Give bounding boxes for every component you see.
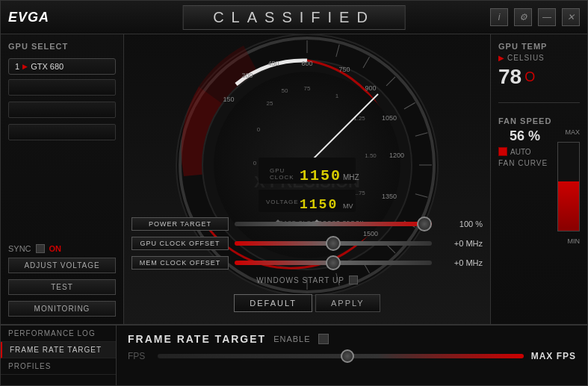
gpu-clock-offset-value: +0 MHz: [438, 239, 483, 248]
frame-rate-header: FRAME RATE TARGET ENABLE: [128, 333, 576, 345]
main-container: EVGA CLASSIFIED i ⚙ — ✕ 3.0.2 GPU SELECT…: [0, 0, 588, 386]
windows-startup-label: WINDOWS START UP: [256, 276, 344, 284]
gpu-select-box[interactable]: 1 ▶ GTX 680: [8, 58, 116, 75]
svg-text:1350: 1350: [382, 193, 397, 200]
svg-text:50: 50: [282, 87, 288, 94]
fps-track[interactable]: [158, 354, 524, 358]
center-area: 600 750 900 1050 1200 1350 1500 450 300 …: [124, 34, 490, 326]
mem-clock-offset-track[interactable]: [235, 261, 432, 265]
app-title: CLASSIFIED: [182, 5, 406, 30]
windows-startup-checkbox[interactable]: [349, 276, 358, 284]
temp-unit: O: [524, 69, 535, 85]
info-button[interactable]: i: [490, 8, 508, 26]
svg-text:750: 750: [338, 66, 350, 73]
left-panel: GPU SELECT 1 ▶ GTX 680 SYNC ON ADJUST VO…: [1, 34, 124, 326]
sliders-area: POWER TARGET 100 % GPU CLOCK OFFSET +0 M…: [131, 217, 483, 284]
fan-speed-section: FAN SPEED 56 % AUTO FAN CURVE MAX: [498, 116, 580, 245]
enable-label: ENABLE: [273, 334, 310, 343]
right-panel: GPU TEMP ▶ CELSIUS 78 O FAN SPEED 56 %: [490, 34, 587, 326]
tab-frame-rate-target[interactable]: FRAME RATE TARGET: [1, 342, 116, 358]
power-target-value: 100 %: [438, 220, 483, 228]
windows-startup-row: WINDOWS START UP: [131, 276, 483, 284]
svg-text:150: 150: [223, 96, 234, 103]
svg-text:600: 600: [301, 60, 312, 67]
auto-row: AUTO: [498, 147, 551, 156]
fan-content: 56 % AUTO FAN CURVE MAX MIN: [498, 128, 580, 245]
fan-speed-label: FAN SPEED: [498, 116, 580, 125]
title-controls: i ⚙ — ✕: [490, 8, 580, 26]
svg-text:MV: MV: [343, 202, 353, 210]
adjust-voltage-button[interactable]: ADJUST VOLTAGE: [8, 258, 116, 273]
gpu-clock-offset-label[interactable]: GPU CLOCK OFFSET: [131, 237, 229, 250]
gpu-temp-label: GPU TEMP: [498, 42, 580, 51]
minimize-button[interactable]: —: [538, 8, 556, 26]
mem-clock-offset-row: MEM CLOCK OFFSET +0 MHz: [131, 256, 483, 270]
svg-text:900: 900: [365, 84, 376, 92]
fan-min-label: MIN: [557, 237, 580, 245]
gpu-temp-section: GPU TEMP ▶ CELSIUS 78 O: [498, 42, 580, 89]
svg-text:75: 75: [304, 85, 311, 92]
celsius-label: CELSIUS: [507, 54, 545, 62]
gpu-clock-offset-thumb[interactable]: [326, 236, 341, 251]
gpu-slot-number: 1: [15, 62, 19, 71]
evga-logo: EVGA: [8, 10, 49, 25]
gpu-slot-3: [8, 102, 116, 118]
svg-text:VOLTAGE: VOLTAGE: [266, 199, 299, 205]
svg-text:1050: 1050: [382, 114, 397, 122]
svg-text:CLOCK: CLOCK: [270, 174, 294, 181]
svg-text:GPU: GPU: [270, 167, 285, 174]
svg-text:450: 450: [267, 60, 279, 67]
fan-curve-button[interactable]: FAN CURVE: [498, 159, 551, 167]
fan-text: 56 % AUTO FAN CURVE: [498, 128, 551, 167]
svg-text:1: 1: [335, 93, 339, 99]
svg-text:1150: 1150: [300, 167, 341, 184]
sync-checkbox[interactable]: [36, 244, 45, 253]
settings-button[interactable]: ⚙: [514, 8, 532, 26]
monitoring-button[interactable]: MONITORING: [8, 301, 116, 317]
svg-text:300: 300: [241, 72, 253, 79]
apply-button[interactable]: APPLY: [315, 294, 380, 312]
tab-profiles[interactable]: PROFILES: [1, 358, 116, 375]
power-target-label[interactable]: POWER TARGET: [131, 217, 229, 231]
auto-label: AUTO: [510, 148, 531, 156]
sync-state: ON: [49, 244, 62, 253]
mem-clock-offset-thumb[interactable]: [326, 255, 341, 270]
power-target-row: POWER TARGET 100 %: [131, 217, 483, 231]
divider: [498, 102, 580, 103]
fan-max-label: MAX: [557, 128, 580, 136]
gpu-clock-offset-track[interactable]: [235, 241, 432, 246]
frame-rate-title: FRAME RATE TARGET: [128, 333, 266, 345]
test-button[interactable]: TEST: [8, 279, 116, 295]
fps-slider-row: FPS MAX FPS: [128, 351, 576, 361]
gpu-slot-2: [8, 79, 116, 96]
auto-checkbox[interactable]: [498, 147, 507, 156]
bottom-right-content: FRAME RATE TARGET ENABLE FPS MAX FPS: [117, 326, 587, 385]
power-target-thumb[interactable]: [417, 217, 432, 231]
close-button[interactable]: ✕: [562, 8, 580, 26]
bottom-bar: PERFORMANCE LOG FRAME RATE TARGET PROFIL…: [1, 324, 587, 385]
mem-clock-offset-label[interactable]: MEM CLOCK OFFSET: [131, 256, 229, 270]
svg-text:1.50: 1.50: [365, 152, 377, 159]
fps-max-label: MAX FPS: [531, 351, 576, 361]
sync-row: SYNC ON: [8, 244, 116, 253]
celsius-row: ▶ CELSIUS: [498, 54, 580, 62]
svg-text:0: 0: [257, 126, 261, 133]
bottom-buttons: DEFAULT APPLY: [131, 294, 483, 312]
svg-text:25: 25: [267, 100, 273, 107]
svg-text:0: 0: [253, 160, 257, 166]
enable-checkbox[interactable]: [318, 334, 329, 344]
fps-thumb[interactable]: [341, 349, 354, 363]
bottom-tabs: PERFORMANCE LOG FRAME RATE TARGET PROFIL…: [1, 326, 117, 385]
default-button[interactable]: DEFAULT: [234, 294, 312, 312]
gpu-temp-value: 78: [498, 65, 522, 89]
svg-text:1200: 1200: [389, 152, 404, 159]
sync-label: SYNC: [8, 244, 31, 253]
power-target-track[interactable]: [235, 222, 432, 226]
temp-value-row: 78 O: [498, 65, 580, 89]
gpu-name: GTX 680: [31, 62, 64, 71]
gpu-clock-offset-row: GPU CLOCK OFFSET +0 MHz: [131, 237, 483, 250]
fan-bar-container: [557, 142, 580, 231]
tab-performance-log[interactable]: PERFORMANCE LOG: [1, 326, 116, 342]
fps-min-label: FPS: [128, 351, 150, 361]
svg-text:MHZ: MHZ: [343, 173, 359, 181]
